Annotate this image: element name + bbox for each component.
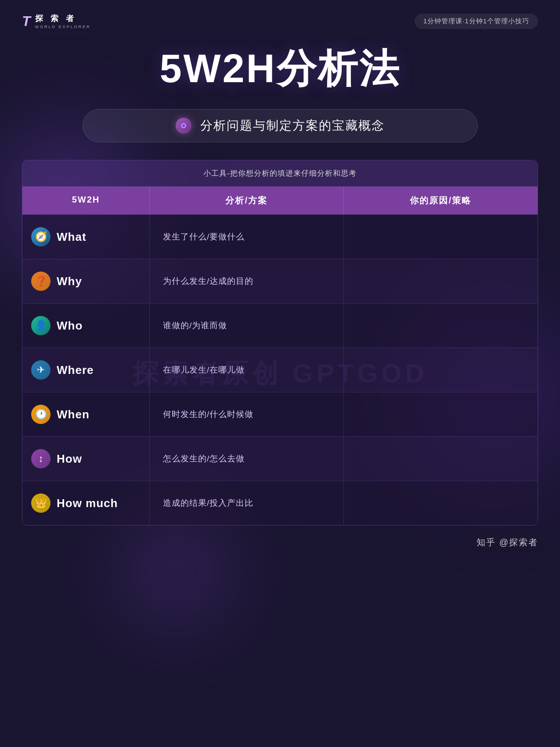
row-icon-5: ↕ <box>31 449 51 468</box>
cell-strategy-3 <box>344 348 538 392</box>
cell-strategy-0 <box>344 215 538 259</box>
cell-analysis-2: 谁做的/为谁而做 <box>150 304 344 348</box>
row-icon-6: 👑 <box>31 493 51 513</box>
subtitle-text: 分析问题与制定方案的宝藏概念 <box>200 117 385 134</box>
table-header-row: 5W2H 分析/方案 你的原因/策略 <box>22 187 538 214</box>
keyword-1: Why <box>57 275 82 288</box>
row-icon-0: 🧭 <box>31 227 51 247</box>
cell-strategy-2 <box>344 304 538 348</box>
cell-label-3: ✈ Where <box>22 348 150 392</box>
page-wrapper: T 探 索 者 WORLD EXPLORER 1分钟管理课·1分钟1个管理小技巧… <box>0 0 560 566</box>
table-row: 👤 Who 谁做的/为谁而做 <box>22 303 538 348</box>
keyword-4: When <box>57 408 90 421</box>
logo-text-block: 探 索 者 WORLD EXPLORER <box>35 13 91 29</box>
table-row: ❓ Why 为什么发生/达成的目的 <box>22 259 538 303</box>
col-header-2: 分析/方案 <box>150 187 344 214</box>
table-row: ✈ Where 在哪儿发生/在哪儿做 <box>22 348 538 392</box>
table-row: 🕐 When 何时发生的/什么时候做 <box>22 392 538 436</box>
row-icon-1: ❓ <box>31 272 51 291</box>
cell-analysis-4: 何时发生的/什么时候做 <box>150 392 344 436</box>
subtitle-bar: 分析问题与制定方案的宝藏概念 <box>83 109 478 142</box>
col-header-3: 你的原因/策略 <box>344 187 538 214</box>
cell-strategy-1 <box>344 259 538 303</box>
cell-strategy-4 <box>344 392 538 436</box>
header-tagline: 1分钟管理课·1分钟1个管理小技巧 <box>415 14 538 29</box>
row-icon-3: ✈ <box>31 360 51 380</box>
table-row: 👑 How much 造成的结果/投入产出比 <box>22 481 538 525</box>
tool-label-row: 小工具-把你想分析的填进来仔细分析和思考 <box>22 160 538 187</box>
footer: 知乎 @探索者 <box>22 537 538 548</box>
cell-analysis-0: 发生了什么/要做什么 <box>150 215 344 259</box>
logo-t-icon: T <box>22 14 31 28</box>
cell-analysis-5: 怎么发生的/怎么去做 <box>150 437 344 481</box>
logo-cn: 探 索 者 <box>35 13 91 24</box>
cell-label-1: ❓ Why <box>22 259 150 303</box>
keyword-0: What <box>57 230 87 244</box>
header: T 探 索 者 WORLD EXPLORER 1分钟管理课·1分钟1个管理小技巧 <box>22 13 538 29</box>
col-header-1: 5W2H <box>22 187 150 214</box>
cell-analysis-6: 造成的结果/投入产出比 <box>150 481 344 525</box>
cell-analysis-1: 为什么发生/达成的目的 <box>150 259 344 303</box>
cell-analysis-3: 在哪儿发生/在哪儿做 <box>150 348 344 392</box>
cell-label-4: 🕐 When <box>22 392 150 436</box>
row-icon-4: 🕐 <box>31 405 51 424</box>
table-row: 🧭 What 发生了什么/要做什么 <box>22 214 538 259</box>
cell-label-0: 🧭 What <box>22 215 150 259</box>
keyword-5: How <box>57 452 82 466</box>
keyword-6: How much <box>57 497 118 510</box>
keyword-3: Where <box>57 363 94 377</box>
row-icon-2: 👤 <box>31 316 51 335</box>
svg-point-1 <box>182 124 185 127</box>
table-body: 🧭 What 发生了什么/要做什么 ❓ Why 为什么发生/达成的目的 👤 Wh… <box>22 214 538 525</box>
logo-en: WORLD EXPLORER <box>35 25 91 29</box>
keyword-2: Who <box>57 319 83 333</box>
cell-label-2: 👤 Who <box>22 304 150 348</box>
logo-area: T 探 索 者 WORLD EXPLORER <box>22 13 91 29</box>
subtitle-icon <box>176 118 191 134</box>
cell-label-5: ↕ How <box>22 437 150 481</box>
cell-strategy-6 <box>344 481 538 525</box>
cell-strategy-5 <box>344 437 538 481</box>
table-row: ↕ How 怎么发生的/怎么去做 <box>22 436 538 481</box>
cell-label-6: 👑 How much <box>22 481 150 525</box>
analysis-table: 小工具-把你想分析的填进来仔细分析和思考 5W2H 分析/方案 你的原因/策略 … <box>22 160 538 526</box>
main-title: 5W2H分析法 <box>22 42 538 96</box>
